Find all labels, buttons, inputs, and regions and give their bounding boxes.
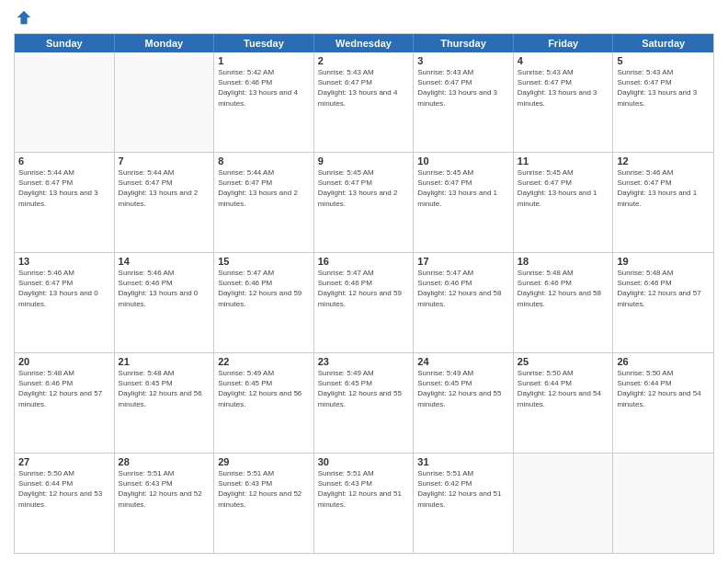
- day-number: 18: [518, 256, 609, 267]
- day-info: Sunrise: 5:48 AM Sunset: 6:46 PM Dayligh…: [18, 368, 110, 409]
- weekday-header-tuesday: Tuesday: [214, 34, 314, 52]
- day-info: Sunrise: 5:44 AM Sunset: 6:47 PM Dayligh…: [119, 167, 210, 209]
- header: [14, 9, 714, 26]
- day-cell-empty-4-6: [613, 454, 713, 553]
- day-cell-28: 28Sunrise: 5:51 AM Sunset: 6:43 PM Dayli…: [115, 454, 215, 553]
- day-cell-11: 11Sunrise: 5:45 AM Sunset: 6:47 PM Dayli…: [514, 153, 614, 252]
- day-info: Sunrise: 5:51 AM Sunset: 6:43 PM Dayligh…: [218, 468, 310, 510]
- day-number: 10: [417, 155, 509, 167]
- weekday-header-monday: Monday: [115, 34, 215, 52]
- day-number: 12: [617, 155, 710, 167]
- day-number: 15: [218, 256, 310, 267]
- day-number: 17: [417, 256, 509, 267]
- day-info: Sunrise: 5:47 AM Sunset: 6:46 PM Dayligh…: [318, 268, 410, 309]
- day-info: Sunrise: 5:51 AM Sunset: 6:43 PM Dayligh…: [119, 468, 210, 510]
- day-number: 9: [318, 155, 410, 167]
- day-cell-17: 17Sunrise: 5:47 AM Sunset: 6:46 PM Dayli…: [414, 253, 514, 352]
- day-info: Sunrise: 5:49 AM Sunset: 6:45 PM Dayligh…: [417, 368, 509, 409]
- weekday-header-thursday: Thursday: [414, 34, 514, 52]
- day-cell-25: 25Sunrise: 5:50 AM Sunset: 6:44 PM Dayli…: [514, 353, 614, 453]
- day-number: 5: [617, 55, 710, 66]
- day-cell-13: 13Sunrise: 5:46 AM Sunset: 6:47 PM Dayli…: [15, 253, 115, 352]
- day-number: 6: [18, 155, 110, 167]
- day-cell-empty-4-5: [514, 454, 614, 553]
- day-number: 25: [518, 356, 609, 367]
- day-info: Sunrise: 5:43 AM Sunset: 6:47 PM Dayligh…: [318, 67, 410, 109]
- day-info: Sunrise: 5:50 AM Sunset: 6:44 PM Dayligh…: [18, 468, 110, 510]
- day-info: Sunrise: 5:49 AM Sunset: 6:45 PM Dayligh…: [218, 368, 310, 409]
- svg-marker-0: [17, 11, 30, 24]
- day-cell-20: 20Sunrise: 5:48 AM Sunset: 6:46 PM Dayli…: [15, 353, 115, 453]
- day-number: 28: [119, 456, 210, 467]
- day-info: Sunrise: 5:48 AM Sunset: 6:46 PM Dayligh…: [617, 268, 710, 309]
- day-number: 29: [218, 456, 310, 467]
- day-number: 3: [417, 55, 509, 66]
- calendar-header: SundayMondayTuesdayWednesdayThursdayFrid…: [15, 34, 713, 52]
- day-info: Sunrise: 5:50 AM Sunset: 6:44 PM Dayligh…: [518, 368, 609, 409]
- day-info: Sunrise: 5:49 AM Sunset: 6:45 PM Dayligh…: [318, 368, 410, 409]
- day-cell-12: 12Sunrise: 5:46 AM Sunset: 6:47 PM Dayli…: [613, 153, 713, 252]
- logo: [14, 9, 32, 26]
- day-info: Sunrise: 5:47 AM Sunset: 6:46 PM Dayligh…: [417, 268, 509, 309]
- day-number: 26: [617, 356, 710, 367]
- day-number: 24: [417, 356, 509, 367]
- day-cell-2: 2Sunrise: 5:43 AM Sunset: 6:47 PM Daylig…: [314, 52, 415, 152]
- day-number: 16: [318, 256, 410, 267]
- day-info: Sunrise: 5:45 AM Sunset: 6:47 PM Dayligh…: [417, 167, 509, 209]
- day-number: 27: [18, 456, 110, 467]
- day-info: Sunrise: 5:43 AM Sunset: 6:47 PM Dayligh…: [417, 67, 509, 109]
- day-number: 20: [18, 356, 110, 367]
- day-info: Sunrise: 5:43 AM Sunset: 6:47 PM Dayligh…: [617, 67, 710, 109]
- day-cell-9: 9Sunrise: 5:45 AM Sunset: 6:47 PM Daylig…: [314, 153, 415, 252]
- day-cell-7: 7Sunrise: 5:44 AM Sunset: 6:47 PM Daylig…: [115, 153, 215, 252]
- day-info: Sunrise: 5:45 AM Sunset: 6:47 PM Dayligh…: [318, 167, 410, 209]
- day-number: 14: [119, 256, 210, 267]
- day-cell-29: 29Sunrise: 5:51 AM Sunset: 6:43 PM Dayli…: [214, 454, 314, 553]
- weekday-header-wednesday: Wednesday: [314, 34, 415, 52]
- day-cell-24: 24Sunrise: 5:49 AM Sunset: 6:45 PM Dayli…: [414, 353, 514, 453]
- day-cell-23: 23Sunrise: 5:49 AM Sunset: 6:45 PM Dayli…: [314, 353, 415, 453]
- day-info: Sunrise: 5:42 AM Sunset: 6:46 PM Dayligh…: [218, 67, 310, 109]
- day-info: Sunrise: 5:45 AM Sunset: 6:47 PM Dayligh…: [518, 167, 609, 209]
- calendar-row-1: 1Sunrise: 5:42 AM Sunset: 6:46 PM Daylig…: [15, 52, 713, 153]
- calendar-row-5: 27Sunrise: 5:50 AM Sunset: 6:44 PM Dayli…: [15, 454, 713, 553]
- day-cell-4: 4Sunrise: 5:43 AM Sunset: 6:47 PM Daylig…: [514, 52, 614, 152]
- logo-icon: [16, 9, 32, 26]
- day-cell-empty-0-1: [115, 52, 215, 152]
- day-cell-31: 31Sunrise: 5:51 AM Sunset: 6:42 PM Dayli…: [414, 454, 514, 553]
- day-info: Sunrise: 5:46 AM Sunset: 6:47 PM Dayligh…: [18, 268, 110, 309]
- day-info: Sunrise: 5:47 AM Sunset: 6:46 PM Dayligh…: [218, 268, 310, 309]
- calendar-row-4: 20Sunrise: 5:48 AM Sunset: 6:46 PM Dayli…: [15, 353, 713, 454]
- day-number: 4: [518, 55, 609, 66]
- day-cell-15: 15Sunrise: 5:47 AM Sunset: 6:46 PM Dayli…: [214, 253, 314, 352]
- calendar-row-3: 13Sunrise: 5:46 AM Sunset: 6:47 PM Dayli…: [15, 253, 713, 353]
- day-cell-18: 18Sunrise: 5:48 AM Sunset: 6:46 PM Dayli…: [514, 253, 614, 352]
- day-info: Sunrise: 5:44 AM Sunset: 6:47 PM Dayligh…: [218, 167, 310, 209]
- weekday-header-sunday: Sunday: [15, 34, 115, 52]
- day-number: 2: [318, 55, 410, 66]
- weekday-header-friday: Friday: [514, 34, 614, 52]
- calendar-row-2: 6Sunrise: 5:44 AM Sunset: 6:47 PM Daylig…: [15, 153, 713, 253]
- weekday-header-saturday: Saturday: [613, 34, 713, 52]
- day-number: 7: [119, 155, 210, 167]
- day-number: 8: [218, 155, 310, 167]
- day-cell-21: 21Sunrise: 5:48 AM Sunset: 6:45 PM Dayli…: [115, 353, 215, 453]
- day-number: 11: [518, 155, 609, 167]
- day-cell-10: 10Sunrise: 5:45 AM Sunset: 6:47 PM Dayli…: [414, 153, 514, 252]
- day-number: 22: [218, 356, 310, 367]
- day-info: Sunrise: 5:50 AM Sunset: 6:44 PM Dayligh…: [617, 368, 710, 409]
- day-cell-8: 8Sunrise: 5:44 AM Sunset: 6:47 PM Daylig…: [214, 153, 314, 252]
- day-cell-30: 30Sunrise: 5:51 AM Sunset: 6:43 PM Dayli…: [314, 454, 415, 553]
- day-cell-5: 5Sunrise: 5:43 AM Sunset: 6:47 PM Daylig…: [613, 52, 713, 152]
- day-info: Sunrise: 5:48 AM Sunset: 6:46 PM Dayligh…: [518, 268, 609, 309]
- day-number: 23: [318, 356, 410, 367]
- day-cell-empty-0-0: [15, 52, 115, 152]
- day-cell-22: 22Sunrise: 5:49 AM Sunset: 6:45 PM Dayli…: [214, 353, 314, 453]
- day-info: Sunrise: 5:46 AM Sunset: 6:46 PM Dayligh…: [119, 268, 210, 309]
- day-info: Sunrise: 5:43 AM Sunset: 6:47 PM Dayligh…: [518, 67, 609, 109]
- day-cell-19: 19Sunrise: 5:48 AM Sunset: 6:46 PM Dayli…: [613, 253, 713, 352]
- page: SundayMondayTuesdayWednesdayThursdayFrid…: [0, 0, 728, 563]
- day-info: Sunrise: 5:48 AM Sunset: 6:45 PM Dayligh…: [119, 368, 210, 409]
- day-number: 19: [617, 256, 710, 267]
- day-cell-1: 1Sunrise: 5:42 AM Sunset: 6:46 PM Daylig…: [214, 52, 314, 152]
